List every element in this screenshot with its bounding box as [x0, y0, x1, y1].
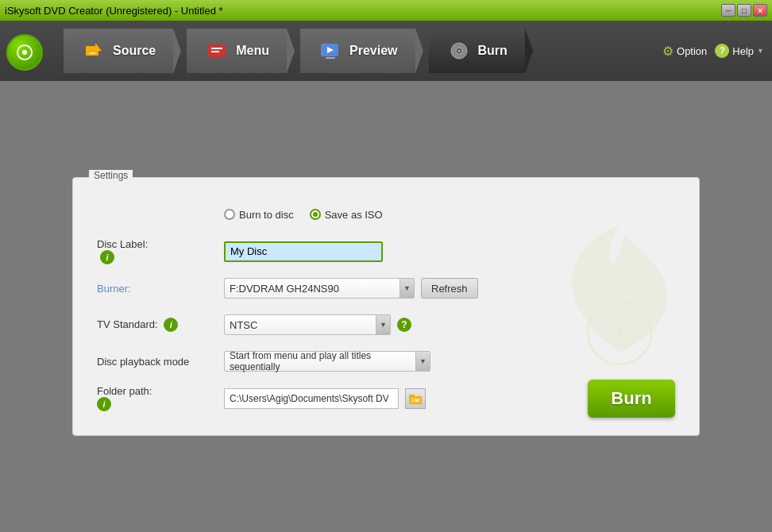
- toolbar-right: ⚙ Option ? Help ▼: [662, 21, 764, 81]
- folder-path-controls: C:\Users\Agig\Documents\Skysoft DVD Crea…: [224, 388, 426, 409]
- folder-browse-button[interactable]: [405, 388, 426, 409]
- disc-label-input[interactable]: [224, 241, 383, 262]
- tv-standard-controls: NTSC ▼ ?: [224, 314, 411, 335]
- save-iso-radio-label: Save as ISO: [325, 209, 383, 221]
- folder-path-info-icon[interactable]: i: [97, 397, 111, 411]
- burn-mode-row: Burn to disc Save as ISO: [97, 202, 675, 227]
- help-button[interactable]: ? Help ▼: [715, 44, 764, 58]
- help-label: Help: [732, 45, 754, 57]
- titlebar-controls: ─ □ ✕: [721, 4, 767, 17]
- help-icon: ?: [715, 44, 729, 58]
- burn-to-disc-radio[interactable]: Burn to disc: [224, 209, 294, 221]
- source-icon: [81, 38, 106, 64]
- tv-standard-help-icon[interactable]: ?: [397, 318, 411, 332]
- tv-standard-info-icon[interactable]: i: [164, 318, 178, 332]
- svg-rect-18: [409, 395, 415, 397]
- settings-inner: Burn to disc Save as ISO Disc Label:i Bu…: [97, 202, 675, 411]
- close-button[interactable]: ✕: [753, 4, 767, 17]
- save-iso-radio-circle: [310, 209, 321, 220]
- burner-row: Burner: F:DVDRAM GH24NS90 ▼ Refresh: [97, 276, 675, 301]
- burner-controls: F:DVDRAM GH24NS90 ▼ Refresh: [224, 278, 478, 299]
- option-label: Option: [677, 45, 707, 57]
- svg-rect-4: [89, 52, 95, 54]
- preview-icon: [318, 38, 343, 64]
- tv-standard-label: TV Standard: i: [97, 318, 224, 332]
- logo-circle: [6, 34, 43, 71]
- tv-standard-value: NTSC: [225, 319, 376, 331]
- menu-icon: [204, 38, 230, 64]
- tv-standard-dropdown[interactable]: NTSC ▼: [224, 314, 391, 335]
- tab-source-label: Source: [113, 44, 156, 58]
- playback-controls: Start from menu and play all titles sequ…: [224, 351, 430, 372]
- playback-value: Start from menu and play all titles sequ…: [225, 350, 415, 372]
- titlebar-text: iSkysoft DVD Creator (Unregistered) - Un…: [5, 5, 223, 17]
- burner-label: Burner:: [97, 283, 224, 295]
- tv-standard-arrow: ▼: [376, 315, 390, 334]
- burner-dropdown-text: F:DVDRAM GH24NS90: [225, 283, 400, 295]
- folder-path-display: C:\Users\Agig\Documents\Skysoft DVD Crea…: [224, 388, 399, 409]
- maximize-button[interactable]: □: [737, 4, 751, 17]
- svg-point-13: [457, 50, 460, 52]
- app-logo: [5, 33, 44, 72]
- burn-disc-radio-label: Burn to disc: [239, 209, 294, 221]
- tab-menu[interactable]: Menu: [187, 29, 288, 73]
- tab-preview[interactable]: Preview: [300, 29, 415, 73]
- option-button[interactable]: ⚙ Option: [662, 44, 707, 59]
- folder-path-text: C:\Users\Agig\Documents\Skysoft DVD Crea…: [230, 393, 388, 404]
- burner-dropdown-arrow: ▼: [400, 279, 414, 298]
- playback-dropdown-arrow: ▼: [415, 352, 430, 371]
- svg-point-1: [22, 50, 27, 55]
- disc-label-text: Disc Label:i: [97, 238, 224, 264]
- tab-burn-label: Burn: [478, 44, 508, 58]
- titlebar: iSkysoft DVD Creator (Unregistered) - Un…: [0, 0, 772, 21]
- burn-button[interactable]: Burn: [588, 380, 675, 418]
- settings-title: Settings: [89, 170, 133, 181]
- help-dropdown-arrow: ▼: [757, 47, 764, 55]
- tab-menu-label: Menu: [236, 44, 269, 58]
- svg-rect-10: [326, 57, 335, 59]
- settings-panel: Settings Burn to disc: [72, 177, 700, 436]
- burn-disc-radio-circle: [224, 209, 235, 220]
- tab-preview-label: Preview: [349, 44, 397, 58]
- folder-path-label: Folder path: i: [97, 385, 224, 411]
- tv-standard-row: TV Standard: i NTSC ▼ ?: [97, 312, 675, 337]
- radio-group: Burn to disc Save as ISO: [224, 209, 383, 221]
- playback-row: Disc playback mode Start from menu and p…: [97, 349, 675, 374]
- minimize-button[interactable]: ─: [721, 4, 735, 17]
- toolbar: Source Menu Preview: [0, 21, 772, 81]
- disc-label-info-icon[interactable]: i: [100, 250, 114, 264]
- save-as-iso-radio[interactable]: Save as ISO: [310, 209, 383, 221]
- gear-icon: ⚙: [662, 44, 674, 59]
- main-area: Settings Burn to disc: [0, 81, 772, 532]
- burn-icon: [446, 38, 472, 64]
- refresh-button[interactable]: Refresh: [421, 278, 478, 299]
- disc-label-row: Disc Label:i: [97, 238, 675, 264]
- tab-source[interactable]: Source: [64, 29, 174, 73]
- svg-marker-3: [95, 43, 102, 51]
- playback-label: Disc playback mode: [97, 356, 224, 368]
- burner-dropdown[interactable]: F:DVDRAM GH24NS90 ▼: [224, 278, 415, 299]
- tab-burn[interactable]: Burn: [429, 29, 526, 73]
- disc-label-controls: [224, 241, 383, 262]
- playback-dropdown[interactable]: Start from menu and play all titles sequ…: [224, 351, 430, 372]
